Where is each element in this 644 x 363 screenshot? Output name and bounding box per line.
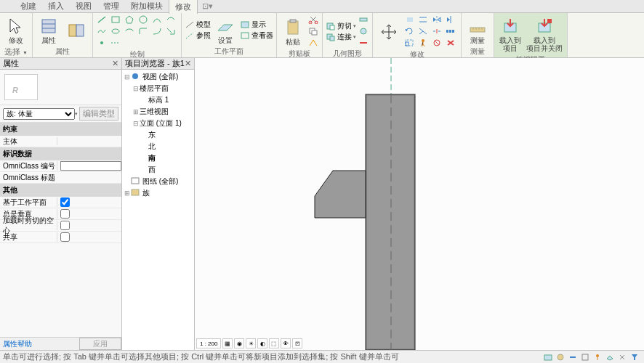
tab-view[interactable]: 视图: [70, 0, 97, 13]
host-input[interactable]: [60, 137, 121, 145]
point-icon[interactable]: [96, 38, 108, 48]
copy-icon[interactable]: [307, 26, 319, 36]
cope-icon[interactable]: [358, 15, 369, 25]
select-links-icon[interactable]: [568, 352, 578, 362]
measure-button[interactable]: 测量: [464, 15, 491, 46]
worksets-icon[interactable]: [543, 352, 553, 362]
properties-close-icon[interactable]: ✕: [112, 59, 118, 68]
crop-icon[interactable]: ⬚: [269, 338, 279, 348]
scale-button[interactable]: 1 : 200: [196, 338, 221, 348]
tab-addins[interactable]: 附加模块: [125, 0, 169, 13]
drag-icon[interactable]: [617, 352, 627, 362]
rotate-icon[interactable]: [403, 26, 415, 36]
bracket-shape[interactable]: [315, 171, 366, 218]
half-ellipse-icon[interactable]: [124, 26, 135, 36]
polygon-icon[interactable]: [124, 15, 135, 25]
mirror2-icon[interactable]: [445, 15, 456, 25]
properties-palette-button[interactable]: 属性: [36, 15, 62, 46]
model-line-button[interactable]: 模型: [185, 20, 211, 30]
line-icon[interactable]: [96, 15, 108, 25]
browser-close-icon[interactable]: ✕: [185, 59, 191, 68]
fillet-icon[interactable]: [137, 26, 149, 36]
tree-north[interactable]: 北: [124, 141, 193, 152]
tree-elevations[interactable]: ⊟立面 (立面 1): [124, 118, 193, 129]
tab-insert[interactable]: 插入: [42, 0, 70, 13]
tree-west[interactable]: 西: [124, 164, 193, 176]
filter-icon[interactable]: [629, 352, 640, 362]
tree-views[interactable]: ⊟视图 (全部): [124, 71, 193, 83]
demolish-icon[interactable]: [358, 38, 369, 48]
load-into-project-button[interactable]: 载入到 项目: [497, 15, 523, 54]
cut-voids-checkbox[interactable]: [60, 221, 70, 230]
other-section[interactable]: 其他: [0, 184, 121, 197]
tree-families[interactable]: ⊞族: [124, 187, 193, 199]
edit-type-button[interactable]: 编辑类型: [79, 107, 118, 121]
tab-create[interactable]: 创建: [15, 0, 42, 13]
array-icon[interactable]: [445, 26, 456, 36]
show-workplane-button[interactable]: 显示: [240, 20, 273, 30]
sun-path-icon[interactable]: ☀: [246, 338, 256, 348]
arc2-icon[interactable]: [165, 15, 177, 25]
trim-icon[interactable]: [417, 26, 429, 36]
properties-help-link[interactable]: 属性帮助: [0, 338, 79, 350]
always-vertical-checkbox[interactable]: [60, 209, 70, 219]
tree-floor-plans[interactable]: ⊟楼层平面: [124, 83, 193, 94]
workplane-based-checkbox[interactable]: [60, 197, 70, 207]
split-face-icon[interactable]: [358, 26, 369, 36]
unpin-icon[interactable]: [431, 38, 443, 48]
shared-checkbox[interactable]: [60, 232, 70, 242]
ribbon-minimize-icon[interactable]: ⊡▾: [202, 1, 212, 12]
family-type-select[interactable]: 族: 体量: [3, 108, 75, 120]
load-close-button[interactable]: 载入到 项目并关闭: [525, 15, 564, 54]
delete-icon[interactable]: [445, 38, 456, 48]
viewer-button[interactable]: 查看器: [240, 30, 273, 41]
pin-icon[interactable]: [417, 38, 429, 48]
set-workplane-button[interactable]: 设置: [212, 15, 238, 46]
split-icon[interactable]: [431, 26, 443, 36]
tree-sheets[interactable]: 图纸 (全部): [124, 176, 193, 187]
tree-level1[interactable]: 标高 1: [124, 94, 193, 106]
join-geometry-button[interactable]: 连接 ▾: [326, 32, 356, 42]
match-icon[interactable]: [307, 38, 319, 48]
rect-icon[interactable]: [110, 15, 121, 25]
tree-3d-views[interactable]: ⊞三维视图: [124, 106, 193, 118]
pick-line-icon[interactable]: [165, 26, 177, 36]
cut-geometry-button[interactable]: 剪切 ▾: [326, 21, 356, 31]
ref-line-button[interactable]: 参照: [185, 30, 211, 41]
svg-point-9: [112, 29, 119, 33]
shadows-icon[interactable]: ◐: [257, 338, 267, 348]
move-button[interactable]: [376, 20, 402, 44]
mirror-icon[interactable]: [431, 15, 443, 25]
reveal-icon[interactable]: ⊡: [292, 338, 302, 348]
tree-south[interactable]: 南: [124, 152, 193, 164]
ellipse-icon[interactable]: [110, 26, 121, 36]
select-pinned-icon[interactable]: [592, 352, 603, 362]
tab-manage[interactable]: 管理: [97, 0, 125, 13]
tangent-arc-icon[interactable]: [151, 26, 163, 36]
canvas[interactable]: 1 : 200 ▦ ◉ ☀ ◐ ⬚ 👁 ⊡: [195, 58, 644, 350]
align-icon[interactable]: [403, 15, 415, 25]
circle-icon[interactable]: [137, 15, 149, 25]
editable-only-icon[interactable]: [555, 352, 565, 362]
omni-number-input[interactable]: [60, 161, 121, 171]
spline-icon[interactable]: [96, 26, 108, 36]
tab-modify[interactable]: 修改: [169, 0, 198, 14]
arc-icon[interactable]: [151, 15, 163, 25]
cut-icon[interactable]: [307, 15, 319, 25]
paste-button[interactable]: 粘贴: [280, 16, 306, 47]
modify-button[interactable]: 修改: [3, 15, 29, 46]
select-dropdown[interactable]: 选择 ▼: [3, 46, 29, 58]
family-types-button[interactable]: [63, 19, 89, 42]
offset-icon[interactable]: [417, 15, 429, 25]
select-face-icon[interactable]: [605, 352, 615, 362]
apply-button[interactable]: 应用: [79, 338, 121, 350]
detail-level-icon[interactable]: ▦: [222, 338, 233, 348]
hide-icon[interactable]: 👁: [281, 338, 291, 348]
visual-style-icon[interactable]: ◉: [234, 338, 244, 348]
constraints-section[interactable]: 约束: [0, 123, 121, 136]
tree-east[interactable]: 东: [124, 129, 193, 141]
ref-icon[interactable]: [110, 38, 121, 48]
identity-section[interactable]: 标识数据: [0, 147, 121, 160]
scale-icon[interactable]: [403, 38, 415, 48]
select-underlay-icon[interactable]: [580, 352, 590, 362]
